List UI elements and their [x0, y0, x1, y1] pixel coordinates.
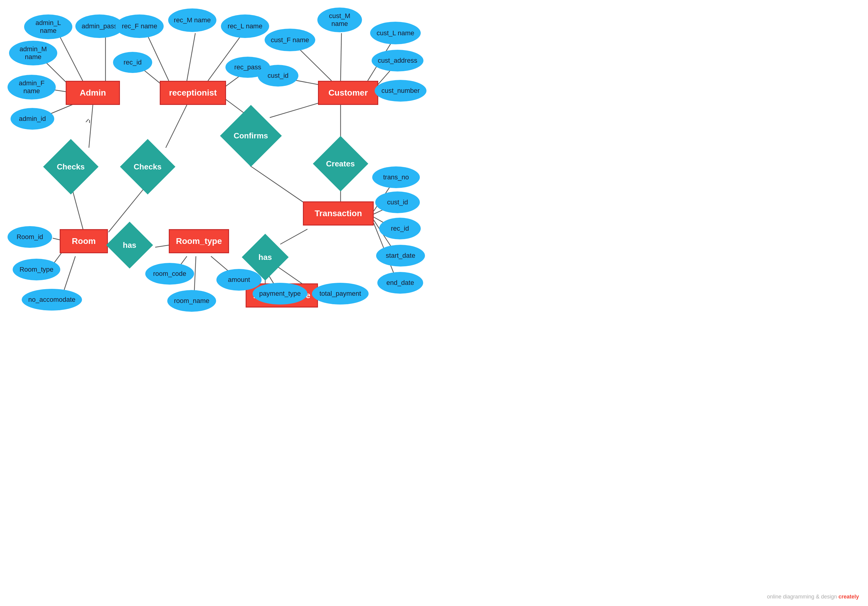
attr-admin-f-name: admin_Fname: [8, 75, 56, 99]
receptionist-entity: receptionist: [160, 81, 226, 105]
attr-cust-id-trans: cust_id: [375, 191, 420, 213]
attr-cust-f-name: cust_F name: [265, 29, 315, 51]
attr-trans-no: trans_no: [372, 166, 420, 188]
attr-rec-l-name: rec_L name: [221, 14, 269, 38]
attr-start-date: start_date: [376, 245, 425, 267]
svg-line-43: [86, 119, 88, 122]
attr-admin-l-name: admin_Lname: [24, 14, 72, 39]
attr-room-name: room_name: [167, 290, 216, 312]
attr-room-code: room_code: [145, 263, 194, 284]
svg-line-23: [250, 166, 307, 205]
room-type-entity: Room_type: [169, 229, 229, 253]
attr-rec-m-name: rec_M name: [168, 8, 216, 32]
attr-no-accomodate: no_accomodate: [22, 289, 82, 311]
attr-admin-id: admin_id: [11, 108, 54, 130]
attr-payment-type: payment_type: [253, 283, 307, 305]
svg-line-15: [341, 33, 341, 81]
customer-entity: Customer: [318, 81, 378, 105]
transaction-entity: Transaction: [303, 201, 374, 225]
attr-cust-id: cust_id: [258, 65, 298, 87]
attr-end-date: end_date: [377, 272, 423, 294]
room-entity: Room: [60, 229, 108, 253]
attr-room-id: Room_id: [8, 226, 52, 248]
attr-rec-id-trans: rec_id: [379, 218, 421, 239]
admin-entity: Admin: [66, 81, 120, 105]
attr-rec-f-name: rec_F name: [115, 14, 164, 38]
attr-admin-m-name: admin_Mname: [9, 41, 57, 65]
svg-line-31: [280, 229, 307, 244]
svg-line-12: [166, 105, 187, 148]
attr-cust-l-name: cust_L name: [370, 22, 421, 44]
attr-amount: amount: [216, 269, 262, 291]
attr-cust-address: cust_address: [372, 50, 423, 71]
attr-room-type: Room_type: [12, 259, 60, 280]
svg-line-8: [187, 33, 195, 81]
attr-cust-number: cust_number: [375, 80, 426, 102]
svg-line-21: [270, 101, 326, 118]
attr-total-payment: total_payment: [312, 283, 369, 305]
attr-rec-id: rec_id: [113, 52, 152, 73]
svg-line-5: [89, 105, 93, 148]
attr-cust-m-name: cust_Mname: [317, 8, 362, 32]
watermark: online diagramming & design creately: [767, 594, 859, 600]
